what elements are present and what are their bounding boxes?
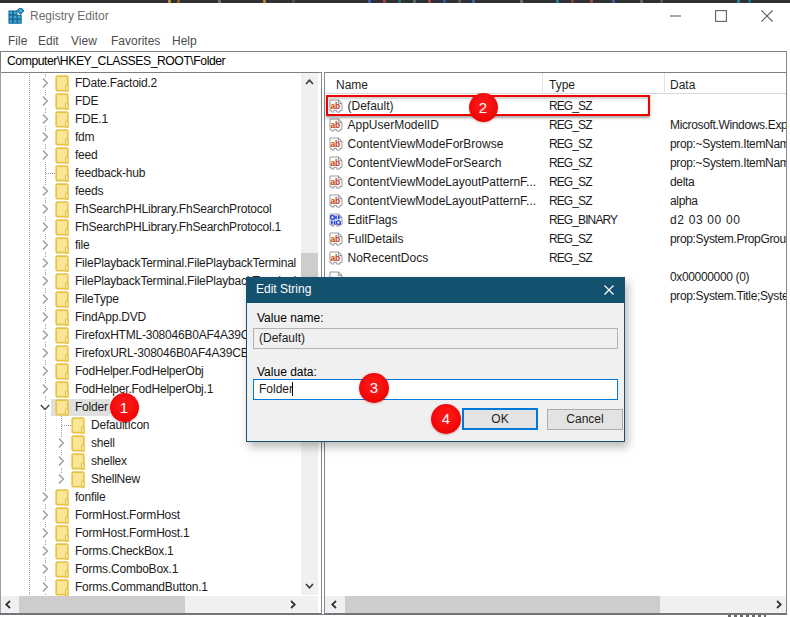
svg-text:ab: ab bbox=[331, 233, 340, 243]
svg-text:ab: ab bbox=[331, 157, 340, 167]
svg-text:ab: ab bbox=[331, 119, 340, 129]
svg-text:ab: ab bbox=[331, 176, 340, 186]
svg-text:ab: ab bbox=[331, 195, 340, 205]
svg-text:ab: ab bbox=[331, 252, 340, 262]
svg-text:ab: ab bbox=[331, 138, 340, 148]
